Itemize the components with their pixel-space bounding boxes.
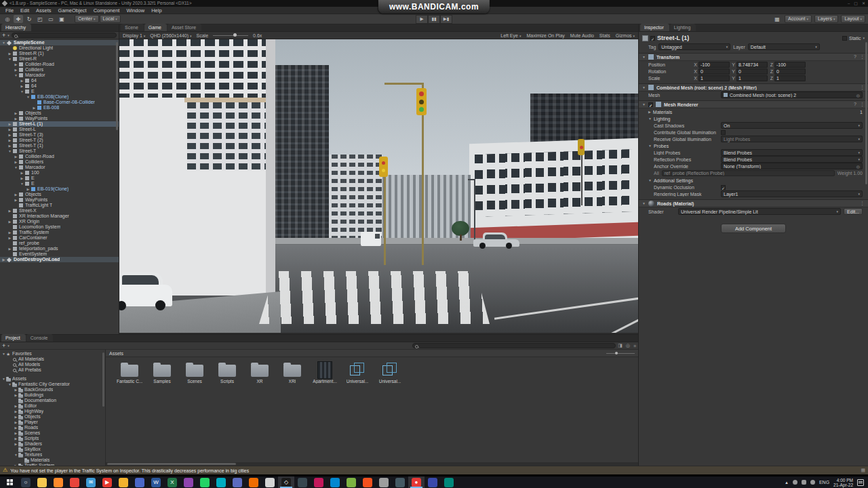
- layers-button[interactable]: Layers▾: [814, 15, 839, 23]
- foldout-arrow-icon[interactable]: [7, 382, 12, 387]
- layout-button[interactable]: Layout▾: [841, 15, 865, 23]
- component-menu-icon[interactable]: ⋮: [860, 102, 865, 107]
- probes-foldout[interactable]: ▼Probes: [639, 142, 868, 149]
- foldout-arrow-icon[interactable]: [7, 143, 12, 148]
- foldout-arrow-icon[interactable]: [14, 425, 18, 430]
- project-tree-item[interactable]: Objects: [0, 414, 105, 420]
- foldout-arrow-icon[interactable]: [14, 452, 18, 458]
- media-player-icon[interactable]: ▶: [99, 476, 115, 488]
- app-navy-icon[interactable]: [425, 476, 441, 488]
- hierarchy-item[interactable]: Base-Corner-08-Collider: [0, 100, 119, 105]
- hierarchy-item[interactable]: EB-008(Clone): [0, 94, 119, 100]
- foldout-arrow-icon[interactable]: [7, 138, 12, 143]
- foldout-arrow-icon[interactable]: [1, 40, 6, 45]
- hierarchy-item[interactable]: Street-R (1): [0, 51, 119, 56]
- tab-lighting[interactable]: Lighting: [670, 24, 696, 31]
- rendering-layer-dropdown[interactable]: Layer1▾: [721, 190, 863, 197]
- word-icon[interactable]: W: [148, 476, 164, 488]
- component-menu-icon[interactable]: ⋮: [860, 201, 865, 206]
- hierarchy-item[interactable]: Locomotion System: [0, 224, 119, 230]
- menu-item[interactable]: Help: [148, 7, 165, 14]
- foldout-arrow-icon[interactable]: [1, 351, 6, 357]
- pause-button[interactable]: ▮▮: [428, 15, 440, 24]
- z-field[interactable]: 1: [774, 75, 806, 81]
- app-blue-icon[interactable]: [229, 476, 245, 488]
- foldout-arrow-icon[interactable]: [14, 159, 18, 165]
- project-tree-item[interactable]: All Prefabs: [0, 367, 105, 373]
- project-tree-item[interactable]: Player: [0, 420, 105, 425]
- tray-status-icon[interactable]: [802, 480, 806, 485]
- transform-tool-icon[interactable]: ▣: [57, 15, 66, 23]
- app-gray-icon[interactable]: [376, 476, 392, 488]
- materials-foldout[interactable]: ▶Materials 1: [639, 108, 868, 115]
- hierarchy-item[interactable]: E: [0, 89, 119, 94]
- foldout-arrow-icon[interactable]: [14, 116, 18, 121]
- hierarchy-item[interactable]: Marcador: [0, 73, 119, 78]
- stats-toggle[interactable]: Stats: [599, 33, 610, 38]
- left-eye-dropdown[interactable]: Left Eye ▾: [500, 33, 521, 38]
- additional-settings-foldout[interactable]: ▼Additional Settings: [639, 177, 868, 184]
- hierarchy-item[interactable]: Street-L: [0, 127, 119, 132]
- tab-inspector[interactable]: Inspector: [640, 24, 669, 31]
- hierarchy-item[interactable]: Street-T (2): [0, 138, 119, 143]
- project-tree-item[interactable]: Fantastic City Generator: [0, 382, 105, 387]
- reflection-probes-dropdown[interactable]: Blend Probes▾: [721, 156, 863, 163]
- project-tree-scrollbar[interactable]: [102, 352, 104, 407]
- hierarchy-item[interactable]: Objects: [0, 110, 119, 116]
- foldout-arrow-icon[interactable]: [14, 392, 18, 398]
- asset-item[interactable]: Samples: [149, 361, 175, 384]
- foldout-arrow-icon[interactable]: [14, 62, 18, 67]
- component-menu-icon[interactable]: ⋮: [860, 85, 865, 90]
- close-icon[interactable]: ✕: [862, 0, 865, 7]
- hierarchy-item[interactable]: teleportation_pads: [0, 246, 119, 251]
- asset-item[interactable]: Universal...: [377, 361, 403, 384]
- tray-expand-icon[interactable]: ▲: [785, 481, 789, 485]
- hierarchy-item[interactable]: E: [0, 181, 119, 186]
- space-button[interactable]: Local▾: [100, 15, 121, 23]
- project-tree-item[interactable]: BackGrounds: [0, 387, 105, 392]
- tab-hierarchy[interactable]: Hierarchy: [1, 24, 31, 31]
- project-tree-item[interactable]: Assets: [0, 376, 105, 382]
- component-enabled-checkbox[interactable]: [648, 102, 653, 107]
- dynamic-occlusion-checkbox[interactable]: [721, 185, 726, 190]
- probe-reference[interactable]: ref_probe (Reflection Probe): [662, 170, 835, 176]
- static-toggle[interactable]: Static▾: [842, 36, 865, 41]
- hierarchy-item[interactable]: Traffic System: [0, 230, 119, 235]
- file-explorer-icon[interactable]: [34, 476, 50, 488]
- mesh-object-field[interactable]: Combined Mesh (root: scene) 2 ◎: [721, 92, 863, 98]
- foldout-arrow-icon[interactable]: [7, 51, 12, 56]
- foldout-arrow-icon[interactable]: [20, 89, 24, 94]
- app-indigo-icon[interactable]: [132, 476, 148, 488]
- app-steel-icon[interactable]: [392, 476, 408, 488]
- foldout-arrow-icon[interactable]: [7, 246, 12, 251]
- foldout-arrow-icon[interactable]: [7, 56, 12, 62]
- pivot-button[interactable]: Center▾: [75, 15, 99, 23]
- app-green-icon[interactable]: [343, 476, 359, 488]
- search-icon[interactable]: ○: [18, 476, 34, 488]
- foldout-arrow-icon[interactable]: [7, 127, 12, 132]
- hierarchy-item[interactable]: 100: [0, 170, 119, 176]
- create-button[interactable]: +: [2, 33, 5, 39]
- foldout-arrow-icon[interactable]: [7, 219, 12, 224]
- move-tool-icon[interactable]: ✚: [14, 15, 23, 23]
- light-probes-dropdown[interactable]: Blend Probes▾: [721, 149, 863, 156]
- action-center-icon[interactable]: [857, 479, 864, 486]
- language-indicator[interactable]: ENG: [819, 480, 829, 485]
- hierarchy-item[interactable]: WayPoints: [0, 197, 119, 203]
- app-orange-icon[interactable]: [245, 476, 262, 488]
- clock[interactable]: 4:00 PM 21-Apr-22: [833, 478, 853, 487]
- material-section-header[interactable]: ▼ Roads (Material) ⋮: [639, 199, 868, 207]
- component-menu-icon[interactable]: ⋮: [860, 54, 865, 60]
- foldout-arrow-icon[interactable]: [14, 197, 18, 203]
- hierarchy-item[interactable]: Street-T (1): [0, 143, 119, 148]
- cast-shadows-dropdown[interactable]: On▾: [721, 122, 863, 129]
- foldout-arrow-icon[interactable]: [20, 78, 24, 83]
- status-bar-grid-icon[interactable]: ▦: [861, 468, 865, 473]
- resolution-dropdown[interactable]: QHD (2560x1440) ▾: [150, 33, 191, 38]
- hierarchy-item[interactable]: E: [0, 176, 119, 181]
- project-tree-item[interactable]: Scripts: [0, 436, 105, 441]
- foldout-arrow-icon[interactable]: [7, 148, 12, 154]
- project-tree-item[interactable]: Textures: [0, 452, 105, 458]
- foldout-arrow-icon[interactable]: [14, 110, 18, 116]
- anchor-object-field[interactable]: None (Transform) ◎: [721, 163, 863, 169]
